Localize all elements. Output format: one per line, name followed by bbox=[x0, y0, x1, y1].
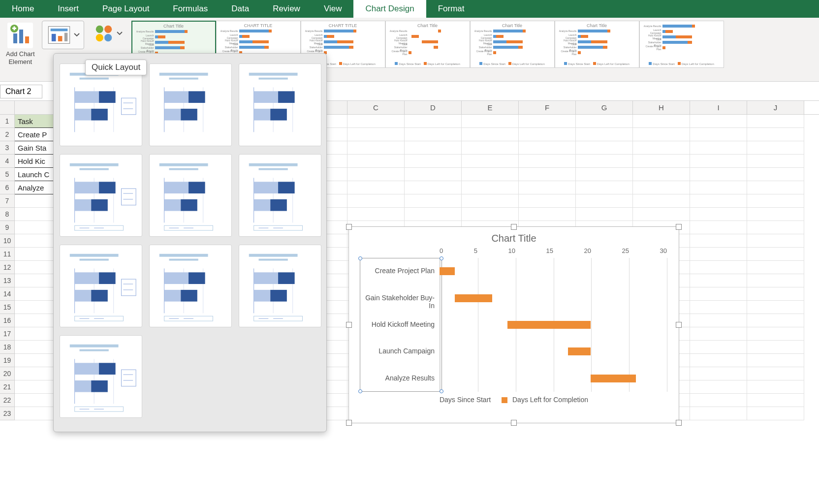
row-header[interactable]: 4 bbox=[0, 155, 15, 168]
cell[interactable] bbox=[519, 128, 576, 141]
tab-format[interactable]: Format bbox=[426, 0, 476, 18]
row-header[interactable]: 10 bbox=[0, 234, 15, 248]
cell[interactable] bbox=[347, 141, 405, 155]
resize-handle[interactable] bbox=[511, 420, 517, 426]
cell[interactable] bbox=[519, 194, 576, 208]
chart-bar[interactable] bbox=[507, 321, 591, 329]
cell[interactable] bbox=[690, 128, 747, 141]
row-header[interactable]: 13 bbox=[0, 274, 15, 287]
cell[interactable] bbox=[690, 287, 747, 301]
cell[interactable] bbox=[519, 208, 576, 221]
row-header[interactable]: 14 bbox=[0, 287, 15, 301]
cell[interactable] bbox=[576, 194, 633, 208]
tab-view[interactable]: View bbox=[312, 0, 354, 18]
cell[interactable] bbox=[747, 274, 804, 287]
cell[interactable] bbox=[405, 141, 462, 155]
row-header[interactable]: 8 bbox=[0, 208, 15, 221]
cell[interactable] bbox=[462, 194, 519, 208]
cell[interactable] bbox=[347, 181, 405, 194]
resize-handle[interactable] bbox=[346, 224, 352, 230]
cell[interactable] bbox=[690, 221, 747, 234]
cell[interactable] bbox=[462, 115, 519, 128]
cell[interactable] bbox=[690, 234, 747, 248]
cell[interactable] bbox=[519, 181, 576, 194]
cell[interactable] bbox=[747, 354, 804, 367]
chart-title[interactable]: Chart Title bbox=[349, 233, 679, 244]
cell[interactable] bbox=[690, 208, 747, 221]
chart-style-thumbnail[interactable]: Chart TitleAnalyze ResultsLaunch Campaig… bbox=[555, 21, 639, 68]
cell[interactable] bbox=[633, 141, 690, 155]
cell[interactable] bbox=[405, 155, 462, 168]
cell[interactable] bbox=[747, 407, 804, 420]
quick-layout-option[interactable] bbox=[149, 63, 232, 146]
cell[interactable] bbox=[462, 168, 519, 181]
column-header[interactable]: H bbox=[633, 101, 690, 114]
cell[interactable] bbox=[690, 407, 747, 420]
cell[interactable] bbox=[747, 208, 804, 221]
cell[interactable] bbox=[576, 155, 633, 168]
cell[interactable] bbox=[462, 128, 519, 141]
chart-style-thumbnail[interactable]: Analyze ResultsLaunch CampaignHold Kicko… bbox=[639, 21, 724, 68]
cell[interactable] bbox=[747, 234, 804, 248]
cell[interactable] bbox=[462, 181, 519, 194]
cell[interactable] bbox=[690, 155, 747, 168]
row-header[interactable]: 16 bbox=[0, 314, 15, 327]
cell[interactable] bbox=[747, 301, 804, 314]
cell[interactable] bbox=[576, 141, 633, 155]
cell[interactable] bbox=[747, 261, 804, 274]
cell[interactable] bbox=[633, 168, 690, 181]
row-header[interactable]: 6 bbox=[0, 181, 15, 194]
cell[interactable] bbox=[747, 168, 804, 181]
cell[interactable] bbox=[747, 287, 804, 301]
row-header[interactable]: 20 bbox=[0, 367, 15, 380]
tab-chart-design[interactable]: Chart Design bbox=[353, 0, 426, 18]
tab-formulas[interactable]: Formulas bbox=[161, 0, 220, 18]
row-header[interactable]: 11 bbox=[0, 248, 15, 261]
tab-insert[interactable]: Insert bbox=[46, 0, 91, 18]
cell[interactable] bbox=[747, 367, 804, 380]
cell[interactable] bbox=[690, 354, 747, 367]
cell[interactable] bbox=[347, 194, 405, 208]
cell[interactable] bbox=[633, 115, 690, 128]
cell[interactable] bbox=[462, 141, 519, 155]
name-box[interactable] bbox=[0, 85, 42, 98]
tab-review[interactable]: Review bbox=[261, 0, 312, 18]
cell[interactable] bbox=[519, 141, 576, 155]
cell[interactable] bbox=[405, 115, 462, 128]
cell[interactable] bbox=[347, 115, 405, 128]
cell[interactable] bbox=[747, 194, 804, 208]
chart-object[interactable]: Chart Title 051015202530 Create Project … bbox=[348, 226, 679, 423]
row-header[interactable]: 12 bbox=[0, 261, 15, 274]
cell[interactable] bbox=[347, 168, 405, 181]
cell[interactable] bbox=[690, 274, 747, 287]
cell[interactable] bbox=[576, 181, 633, 194]
cell[interactable] bbox=[405, 194, 462, 208]
row-header[interactable]: 7 bbox=[0, 194, 15, 208]
cell[interactable] bbox=[405, 168, 462, 181]
cell[interactable] bbox=[462, 208, 519, 221]
cell[interactable] bbox=[747, 221, 804, 234]
quick-layout-option[interactable] bbox=[239, 154, 321, 237]
row-header[interactable]: 17 bbox=[0, 327, 15, 341]
cell[interactable] bbox=[690, 301, 747, 314]
cell[interactable] bbox=[690, 341, 747, 354]
chart-bar[interactable] bbox=[591, 375, 636, 382]
cell[interactable] bbox=[633, 194, 690, 208]
tab-page-layout[interactable]: Page Layout bbox=[91, 0, 161, 18]
cell[interactable] bbox=[690, 168, 747, 181]
column-header[interactable]: F bbox=[519, 101, 576, 114]
resize-handle[interactable] bbox=[346, 322, 352, 328]
row-header[interactable]: 5 bbox=[0, 168, 15, 181]
resize-handle[interactable] bbox=[676, 224, 682, 230]
select-all-corner[interactable] bbox=[0, 101, 15, 114]
cell[interactable] bbox=[690, 380, 747, 394]
add-chart-element-button[interactable]: Add Chart Element bbox=[4, 21, 37, 67]
chart-legend[interactable]: Days Since Start Days Left for Completio… bbox=[349, 396, 679, 404]
quick-layout-option[interactable] bbox=[60, 63, 142, 146]
cell[interactable] bbox=[519, 115, 576, 128]
tab-data[interactable]: Data bbox=[220, 0, 261, 18]
cell[interactable] bbox=[462, 155, 519, 168]
cell[interactable] bbox=[690, 261, 747, 274]
cell[interactable] bbox=[405, 128, 462, 141]
chart-bar[interactable] bbox=[568, 347, 591, 355]
